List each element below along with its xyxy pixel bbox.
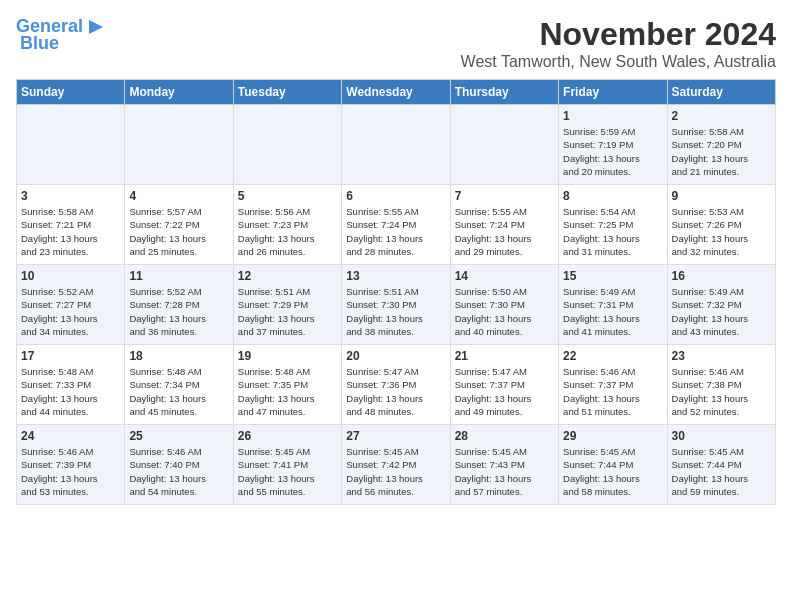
calendar-cell: 17Sunrise: 5:48 AM Sunset: 7:33 PM Dayli… — [17, 345, 125, 425]
calendar-cell: 14Sunrise: 5:50 AM Sunset: 7:30 PM Dayli… — [450, 265, 558, 345]
day-header-friday: Friday — [559, 80, 667, 105]
week-row-2: 3Sunrise: 5:58 AM Sunset: 7:21 PM Daylig… — [17, 185, 776, 265]
calendar-cell: 2Sunrise: 5:58 AM Sunset: 7:20 PM Daylig… — [667, 105, 775, 185]
day-number: 2 — [672, 109, 771, 123]
day-info: Sunrise: 5:51 AM Sunset: 7:30 PM Dayligh… — [346, 285, 445, 338]
calendar-cell: 18Sunrise: 5:48 AM Sunset: 7:34 PM Dayli… — [125, 345, 233, 425]
day-info: Sunrise: 5:47 AM Sunset: 7:37 PM Dayligh… — [455, 365, 554, 418]
main-title: November 2024 — [461, 16, 776, 53]
calendar-cell: 11Sunrise: 5:52 AM Sunset: 7:28 PM Dayli… — [125, 265, 233, 345]
day-number: 3 — [21, 189, 120, 203]
day-info: Sunrise: 5:45 AM Sunset: 7:44 PM Dayligh… — [563, 445, 662, 498]
day-number: 18 — [129, 349, 228, 363]
calendar-cell: 27Sunrise: 5:45 AM Sunset: 7:42 PM Dayli… — [342, 425, 450, 505]
day-info: Sunrise: 5:51 AM Sunset: 7:29 PM Dayligh… — [238, 285, 337, 338]
calendar-cell: 4Sunrise: 5:57 AM Sunset: 7:22 PM Daylig… — [125, 185, 233, 265]
day-info: Sunrise: 5:49 AM Sunset: 7:31 PM Dayligh… — [563, 285, 662, 338]
day-number: 13 — [346, 269, 445, 283]
day-number: 29 — [563, 429, 662, 443]
day-number: 12 — [238, 269, 337, 283]
day-info: Sunrise: 5:50 AM Sunset: 7:30 PM Dayligh… — [455, 285, 554, 338]
day-info: Sunrise: 5:48 AM Sunset: 7:35 PM Dayligh… — [238, 365, 337, 418]
day-info: Sunrise: 5:52 AM Sunset: 7:28 PM Dayligh… — [129, 285, 228, 338]
day-header-tuesday: Tuesday — [233, 80, 341, 105]
calendar-cell: 7Sunrise: 5:55 AM Sunset: 7:24 PM Daylig… — [450, 185, 558, 265]
day-number: 30 — [672, 429, 771, 443]
day-number: 25 — [129, 429, 228, 443]
week-row-1: 1Sunrise: 5:59 AM Sunset: 7:19 PM Daylig… — [17, 105, 776, 185]
day-number: 22 — [563, 349, 662, 363]
day-info: Sunrise: 5:54 AM Sunset: 7:25 PM Dayligh… — [563, 205, 662, 258]
day-number: 15 — [563, 269, 662, 283]
day-number: 26 — [238, 429, 337, 443]
day-number: 4 — [129, 189, 228, 203]
day-number: 1 — [563, 109, 662, 123]
calendar-cell: 25Sunrise: 5:46 AM Sunset: 7:40 PM Dayli… — [125, 425, 233, 505]
day-info: Sunrise: 5:48 AM Sunset: 7:33 PM Dayligh… — [21, 365, 120, 418]
day-number: 19 — [238, 349, 337, 363]
calendar-cell — [233, 105, 341, 185]
calendar-cell — [17, 105, 125, 185]
calendar-cell: 3Sunrise: 5:58 AM Sunset: 7:21 PM Daylig… — [17, 185, 125, 265]
week-row-3: 10Sunrise: 5:52 AM Sunset: 7:27 PM Dayli… — [17, 265, 776, 345]
subtitle: West Tamworth, New South Wales, Australi… — [461, 53, 776, 71]
day-number: 11 — [129, 269, 228, 283]
day-header-thursday: Thursday — [450, 80, 558, 105]
calendar-cell: 24Sunrise: 5:46 AM Sunset: 7:39 PM Dayli… — [17, 425, 125, 505]
day-info: Sunrise: 5:45 AM Sunset: 7:42 PM Dayligh… — [346, 445, 445, 498]
calendar-cell: 8Sunrise: 5:54 AM Sunset: 7:25 PM Daylig… — [559, 185, 667, 265]
day-number: 24 — [21, 429, 120, 443]
day-info: Sunrise: 5:52 AM Sunset: 7:27 PM Dayligh… — [21, 285, 120, 338]
day-number: 5 — [238, 189, 337, 203]
calendar-cell: 26Sunrise: 5:45 AM Sunset: 7:41 PM Dayli… — [233, 425, 341, 505]
svg-marker-0 — [89, 20, 103, 34]
calendar-cell: 29Sunrise: 5:45 AM Sunset: 7:44 PM Dayli… — [559, 425, 667, 505]
calendar-cell: 20Sunrise: 5:47 AM Sunset: 7:36 PM Dayli… — [342, 345, 450, 425]
day-number: 23 — [672, 349, 771, 363]
logo-blue: Blue — [20, 34, 59, 54]
day-header-sunday: Sunday — [17, 80, 125, 105]
day-info: Sunrise: 5:45 AM Sunset: 7:44 PM Dayligh… — [672, 445, 771, 498]
calendar-cell: 9Sunrise: 5:53 AM Sunset: 7:26 PM Daylig… — [667, 185, 775, 265]
day-number: 9 — [672, 189, 771, 203]
day-number: 14 — [455, 269, 554, 283]
day-info: Sunrise: 5:53 AM Sunset: 7:26 PM Dayligh… — [672, 205, 771, 258]
day-info: Sunrise: 5:45 AM Sunset: 7:41 PM Dayligh… — [238, 445, 337, 498]
calendar-cell: 16Sunrise: 5:49 AM Sunset: 7:32 PM Dayli… — [667, 265, 775, 345]
day-info: Sunrise: 5:46 AM Sunset: 7:37 PM Dayligh… — [563, 365, 662, 418]
calendar-cell: 23Sunrise: 5:46 AM Sunset: 7:38 PM Dayli… — [667, 345, 775, 425]
day-header-wednesday: Wednesday — [342, 80, 450, 105]
calendar-cell — [125, 105, 233, 185]
calendar-cell — [450, 105, 558, 185]
day-header-saturday: Saturday — [667, 80, 775, 105]
day-info: Sunrise: 5:46 AM Sunset: 7:38 PM Dayligh… — [672, 365, 771, 418]
day-info: Sunrise: 5:46 AM Sunset: 7:39 PM Dayligh… — [21, 445, 120, 498]
calendar-cell: 6Sunrise: 5:55 AM Sunset: 7:24 PM Daylig… — [342, 185, 450, 265]
day-info: Sunrise: 5:48 AM Sunset: 7:34 PM Dayligh… — [129, 365, 228, 418]
day-number: 7 — [455, 189, 554, 203]
day-number: 6 — [346, 189, 445, 203]
day-number: 28 — [455, 429, 554, 443]
calendar-cell: 10Sunrise: 5:52 AM Sunset: 7:27 PM Dayli… — [17, 265, 125, 345]
day-number: 27 — [346, 429, 445, 443]
calendar-cell: 1Sunrise: 5:59 AM Sunset: 7:19 PM Daylig… — [559, 105, 667, 185]
day-number: 8 — [563, 189, 662, 203]
calendar-cell: 30Sunrise: 5:45 AM Sunset: 7:44 PM Dayli… — [667, 425, 775, 505]
day-number: 16 — [672, 269, 771, 283]
day-info: Sunrise: 5:49 AM Sunset: 7:32 PM Dayligh… — [672, 285, 771, 338]
calendar-cell — [342, 105, 450, 185]
calendar-cell: 5Sunrise: 5:56 AM Sunset: 7:23 PM Daylig… — [233, 185, 341, 265]
calendar-cell: 12Sunrise: 5:51 AM Sunset: 7:29 PM Dayli… — [233, 265, 341, 345]
logo-arrow-icon — [85, 16, 107, 38]
day-info: Sunrise: 5:59 AM Sunset: 7:19 PM Dayligh… — [563, 125, 662, 178]
day-number: 10 — [21, 269, 120, 283]
week-row-5: 24Sunrise: 5:46 AM Sunset: 7:39 PM Dayli… — [17, 425, 776, 505]
day-number: 21 — [455, 349, 554, 363]
day-info: Sunrise: 5:57 AM Sunset: 7:22 PM Dayligh… — [129, 205, 228, 258]
day-info: Sunrise: 5:58 AM Sunset: 7:20 PM Dayligh… — [672, 125, 771, 178]
logo: General Blue — [16, 16, 107, 54]
day-info: Sunrise: 5:58 AM Sunset: 7:21 PM Dayligh… — [21, 205, 120, 258]
calendar-table: SundayMondayTuesdayWednesdayThursdayFrid… — [16, 79, 776, 505]
calendar-cell: 22Sunrise: 5:46 AM Sunset: 7:37 PM Dayli… — [559, 345, 667, 425]
day-header-monday: Monday — [125, 80, 233, 105]
